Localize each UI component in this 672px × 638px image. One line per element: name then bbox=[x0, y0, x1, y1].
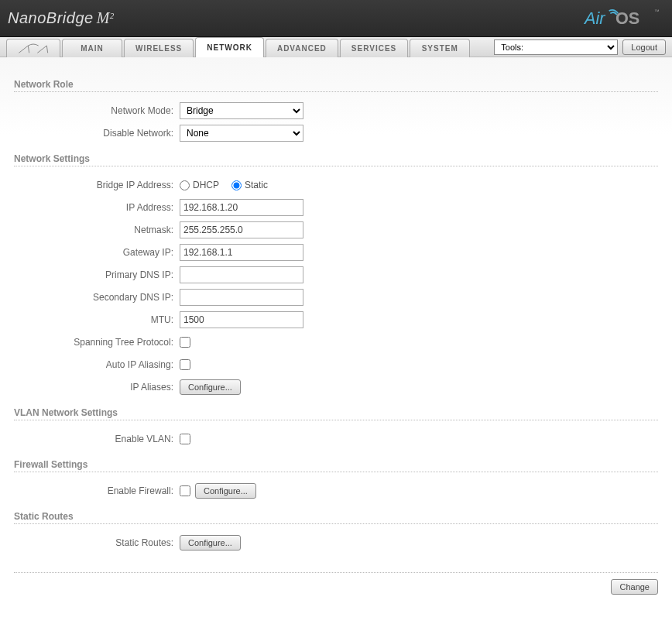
tab-network[interactable]: NETWORK bbox=[195, 37, 264, 57]
svg-text:™: ™ bbox=[654, 9, 660, 14]
ip-address-input[interactable] bbox=[180, 199, 303, 216]
row-gateway: Gateway IP: bbox=[14, 243, 658, 262]
gateway-label: Gateway IP: bbox=[14, 247, 180, 258]
row-secondary-dns: Secondary DNS IP: bbox=[14, 288, 658, 307]
netmask-label: Netmask: bbox=[14, 225, 180, 235]
airos-logo: Air OS ™ bbox=[581, 7, 666, 30]
secondary-dns-label: Secondary DNS IP: bbox=[14, 292, 180, 303]
tab-logo[interactable] bbox=[6, 39, 60, 57]
autoip-label: Auto IP Aliasing: bbox=[14, 359, 180, 370]
section-network-role-title: Network Role bbox=[14, 79, 658, 90]
network-mode-label: Network Mode: bbox=[14, 105, 180, 116]
svg-text:OS: OS bbox=[615, 8, 639, 27]
row-autoip: Auto IP Aliasing: bbox=[14, 355, 658, 374]
row-netmask: Netmask: bbox=[14, 221, 658, 239]
content: Network Role Network Mode: Bridge Disabl… bbox=[0, 57, 672, 602]
primary-dns-label: Primary DNS IP: bbox=[14, 269, 180, 280]
antenna-icon bbox=[18, 43, 49, 54]
autoip-checkbox[interactable] bbox=[180, 359, 190, 370]
disable-network-select[interactable]: None bbox=[180, 125, 303, 142]
network-mode-select[interactable]: Bridge bbox=[180, 102, 303, 119]
radio-static[interactable] bbox=[231, 180, 242, 190]
enable-firewall-label: Enable Firewall: bbox=[14, 485, 180, 496]
disable-network-label: Disable Network: bbox=[14, 128, 180, 139]
section-vlan-title: VLAN Network Settings bbox=[14, 407, 658, 418]
tab-main[interactable]: MAIN bbox=[62, 39, 122, 57]
tab-advanced[interactable]: ADVANCED bbox=[266, 39, 338, 57]
change-button[interactable]: Change bbox=[611, 579, 658, 595]
header-bar: NanoBridge M2 Air OS ™ bbox=[0, 0, 672, 37]
row-stp: Spanning Tree Protocol: bbox=[14, 333, 658, 352]
row-primary-dns: Primary DNS IP: bbox=[14, 266, 658, 284]
brand: NanoBridge M2 bbox=[8, 9, 115, 27]
nav-right-controls: Tools: Logout bbox=[494, 37, 672, 57]
stp-label: Spanning Tree Protocol: bbox=[14, 337, 180, 348]
firewall-configure-button[interactable]: Configure... bbox=[195, 483, 256, 499]
ip-address-label: IP Address: bbox=[14, 202, 180, 213]
footer-row: Change bbox=[14, 572, 658, 595]
section-static-routes-title: Static Routes bbox=[14, 511, 658, 522]
radio-static-label[interactable]: Static bbox=[231, 180, 268, 190]
row-mtu: MTU: bbox=[14, 310, 658, 329]
brand-model: M2 bbox=[97, 9, 115, 27]
divider bbox=[14, 91, 658, 92]
airos-logo-svg: Air OS ™ bbox=[581, 7, 666, 30]
row-network-mode: Network Mode: Bridge bbox=[14, 101, 658, 120]
radio-dhcp[interactable] bbox=[180, 180, 190, 190]
row-ip-aliases: IP Aliases: Configure... bbox=[14, 378, 658, 396]
tools-select[interactable]: Tools: bbox=[494, 39, 618, 55]
gateway-input[interactable] bbox=[180, 244, 303, 261]
divider bbox=[14, 420, 658, 420]
divider bbox=[14, 523, 658, 524]
ip-aliases-label: IP Aliases: bbox=[14, 382, 180, 393]
static-routes-label: Static Routes: bbox=[14, 537, 180, 548]
section-network-settings-title: Network Settings bbox=[14, 153, 658, 164]
row-bridge-ip: Bridge IP Address: DHCP Static bbox=[14, 176, 658, 194]
nav-row: MAIN WIRELESS NETWORK ADVANCED SERVICES … bbox=[0, 37, 672, 57]
divider bbox=[14, 472, 658, 472]
secondary-dns-input[interactable] bbox=[180, 289, 303, 306]
netmask-input[interactable] bbox=[180, 221, 303, 238]
row-ip-address: IP Address: bbox=[14, 198, 658, 217]
row-enable-vlan: Enable VLAN: bbox=[14, 430, 658, 448]
section-firewall-title: Firewall Settings bbox=[14, 459, 658, 470]
enable-vlan-checkbox[interactable] bbox=[180, 434, 190, 444]
divider bbox=[14, 166, 658, 166]
stp-checkbox[interactable] bbox=[180, 337, 190, 348]
tab-services[interactable]: SERVICES bbox=[340, 39, 408, 57]
static-routes-configure-button[interactable]: Configure... bbox=[180, 535, 241, 551]
mtu-label: MTU: bbox=[14, 314, 180, 325]
enable-firewall-checkbox[interactable] bbox=[180, 485, 190, 496]
bridge-ip-label: Bridge IP Address: bbox=[14, 180, 180, 190]
enable-vlan-label: Enable VLAN: bbox=[14, 434, 180, 444]
primary-dns-input[interactable] bbox=[180, 266, 303, 283]
row-enable-firewall: Enable Firewall: Configure... bbox=[14, 482, 658, 500]
svg-text:Air: Air bbox=[583, 8, 605, 27]
row-disable-network: Disable Network: None bbox=[14, 124, 658, 142]
brand-name: NanoBridge bbox=[8, 9, 94, 27]
ip-aliases-configure-button[interactable]: Configure... bbox=[180, 379, 241, 395]
row-static-routes: Static Routes: Configure... bbox=[14, 533, 658, 552]
logout-button[interactable]: Logout bbox=[622, 39, 666, 55]
mtu-input[interactable] bbox=[180, 311, 303, 328]
radio-dhcp-label[interactable]: DHCP bbox=[180, 180, 219, 190]
tab-system[interactable]: SYSTEM bbox=[410, 39, 470, 57]
tab-wireless[interactable]: WIRELESS bbox=[124, 39, 194, 57]
